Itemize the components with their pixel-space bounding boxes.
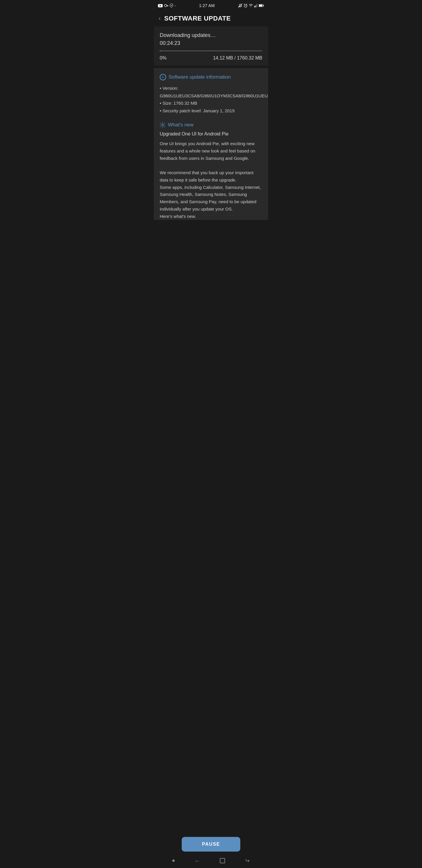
svg-rect-17 xyxy=(263,5,264,6)
whats-new-icon xyxy=(160,122,166,128)
download-size: 14.12 MB / 1760.32 MB xyxy=(213,55,262,61)
svg-rect-14 xyxy=(256,5,256,7)
svg-rect-4 xyxy=(167,6,168,6)
svg-point-2 xyxy=(164,4,167,7)
svg-line-11 xyxy=(247,4,247,4)
alarm-icon xyxy=(244,3,248,8)
status-right-icons xyxy=(238,3,264,8)
progress-bar-fill xyxy=(160,51,161,51)
whats-new-subtitle: Upgraded One UI for Android Pie xyxy=(160,131,262,137)
download-timer: 00:24:23 xyxy=(160,40,262,46)
download-percent: 0% xyxy=(160,55,166,61)
size-text: • Size: 1760.32 MB xyxy=(160,101,197,105)
info-version: • Version: G960U1UEU3CSA8/G960U1OYM3CSA8… xyxy=(160,85,262,114)
progress-bar-container xyxy=(160,51,262,51)
download-section: Downloading updates… 00:24:23 0% 14.12 M… xyxy=(154,26,268,65)
svg-rect-13 xyxy=(255,6,256,7)
shield-icon xyxy=(170,3,173,8)
wifi-icon xyxy=(249,4,253,7)
svg-line-10 xyxy=(244,4,245,4)
app-header: ‹ SOFTWARE UPDATE xyxy=(154,10,268,26)
svg-rect-15 xyxy=(257,4,257,7)
body-text-3: Some apps, including Calculator, Samsung… xyxy=(160,185,261,211)
version-text: • Version: G960U1UEU3CSA8/G960U1OYM3CSA8… xyxy=(160,86,268,98)
download-stats: 0% 14.12 MB / 1760.32 MB xyxy=(160,55,262,61)
whats-new-section: What's new Upgraded One UI for Android P… xyxy=(154,119,268,220)
info-icon: i xyxy=(160,74,166,80)
svg-rect-12 xyxy=(254,6,255,7)
status-bar: • 1:27 AM xyxy=(154,0,268,10)
software-info-section: i Software update information • Version:… xyxy=(154,69,268,119)
patch-text: • Security patch level: January 1, 2019 xyxy=(160,108,234,113)
svg-point-19 xyxy=(162,124,164,126)
info-section-title: Software update information xyxy=(168,74,231,80)
signal-icon xyxy=(254,4,258,7)
page-title: SOFTWARE UPDATE xyxy=(164,15,231,22)
key-icon xyxy=(164,4,168,7)
status-time: 1:27 AM xyxy=(199,3,215,8)
body-text-2: We recommend that you back up your impor… xyxy=(160,170,254,182)
whats-new-header: What's new xyxy=(160,122,262,128)
whats-new-body: One UI brings you Android Pie, with exci… xyxy=(160,140,262,220)
info-header: i Software update information xyxy=(160,74,262,80)
body-text-4: Here's what's new. xyxy=(160,214,196,219)
whats-new-title: What's new xyxy=(168,122,193,128)
status-left-icons: • xyxy=(158,3,175,8)
svg-rect-3 xyxy=(166,5,168,6)
back-button[interactable]: ‹ xyxy=(159,15,161,22)
battery-icon xyxy=(259,4,264,7)
body-text-1: One UI brings you Android Pie, with exci… xyxy=(160,141,255,161)
mute-icon xyxy=(238,3,242,8)
download-label: Downloading updates… xyxy=(160,32,262,38)
notification-dot: • xyxy=(175,4,175,7)
youtube-icon xyxy=(158,4,163,7)
svg-rect-18 xyxy=(259,5,262,6)
